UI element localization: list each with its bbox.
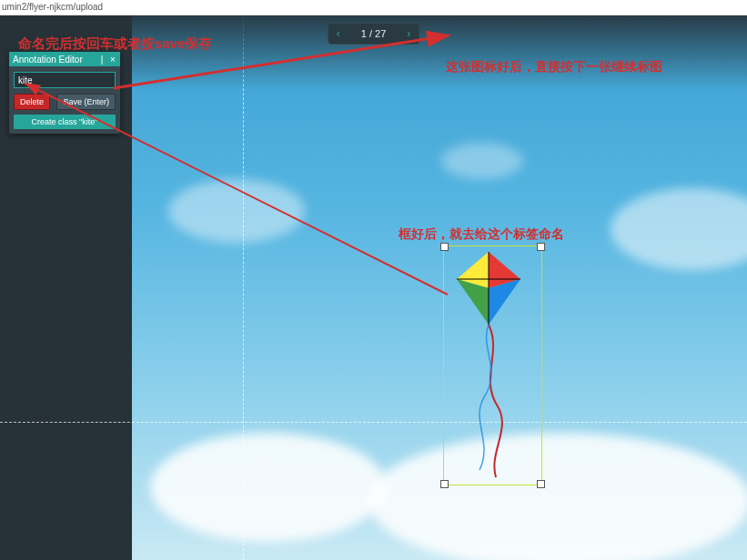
canvas-image[interactable]: [132, 15, 747, 560]
page-navigator: ‹ 1 / 27 ›: [328, 23, 420, 45]
next-page-button[interactable]: ›: [399, 24, 419, 44]
save-button[interactable]: Save (Enter): [56, 94, 116, 110]
panel-close-button[interactable]: ×: [107, 52, 118, 66]
note-next-hint: 这张图标好后，直接按下一张继续标图: [446, 59, 662, 75]
guide-horizontal: [0, 422, 747, 423]
note-save-hint: 命名完后按回车或者按save保存: [18, 35, 212, 53]
panel-titlebar[interactable]: Annotation Editor | ×: [9, 52, 120, 66]
panel-minimize-button[interactable]: |: [96, 52, 107, 66]
annotation-editor-panel: Annotation Editor | × Delete Save (Enter…: [9, 52, 120, 134]
page-counter: 1 / 27: [348, 28, 399, 39]
create-class-suggestion[interactable]: Create class "kite": [14, 115, 116, 129]
resize-handle-tl[interactable]: [440, 243, 449, 251]
resize-handle-br[interactable]: [537, 480, 545, 488]
guide-vertical: [243, 15, 244, 560]
selection-box[interactable]: [443, 245, 542, 485]
class-name-input[interactable]: [14, 72, 116, 88]
resize-handle-tr[interactable]: [537, 243, 545, 251]
delete-button[interactable]: Delete: [14, 94, 50, 110]
workspace: ‹ 1 / 27 › Annotation Editor | × Delete …: [0, 15, 747, 560]
prev-page-button[interactable]: ‹: [328, 24, 348, 44]
panel-title: Annotation Editor: [13, 55, 83, 65]
resize-handle-bl[interactable]: [440, 480, 449, 488]
url-path: umin2/flyer-njkcm/upload: [0, 0, 747, 15]
note-label-hint: 框好后，就去给这个标签命名: [399, 226, 564, 243]
